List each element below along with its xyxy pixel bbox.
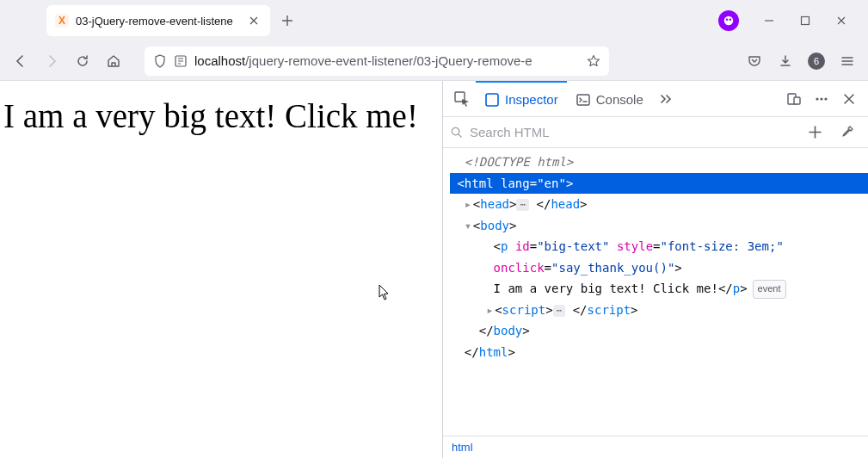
back-button[interactable] <box>7 47 34 75</box>
event-badge[interactable]: event <box>753 280 786 298</box>
responsive-mode-icon[interactable] <box>780 85 808 113</box>
search-icon <box>450 126 463 139</box>
bookmark-star-icon[interactable] <box>587 54 600 68</box>
new-tab-button[interactable] <box>275 9 299 33</box>
cursor-icon <box>379 284 391 301</box>
account-icon[interactable]: 6 <box>803 47 830 75</box>
pocket-icon[interactable] <box>741 47 768 75</box>
minimize-button[interactable] <box>751 8 787 34</box>
add-node-icon[interactable] <box>801 119 828 146</box>
notif-count-badge: 6 <box>808 53 825 70</box>
tab-inspector[interactable]: Inspector <box>476 81 567 116</box>
dom-node-html-close[interactable]: </html> <box>450 342 868 363</box>
page-viewport: I am a very big text! Click me! <box>0 81 442 458</box>
dom-node-html[interactable]: <html lang="en"> <box>450 173 868 195</box>
big-text-paragraph[interactable]: I am a very big text! Click me! <box>3 98 439 135</box>
dom-tree[interactable]: <!DOCTYPE html> <html lang="en"> ▸<head>… <box>443 148 868 436</box>
close-devtools-icon[interactable] <box>835 85 863 113</box>
xampp-favicon-icon: X <box>55 14 69 28</box>
dom-node-head[interactable]: ▸<head>⋯ </head> <box>450 194 868 215</box>
svg-point-9 <box>824 97 827 100</box>
dom-node-body[interactable]: ▾<body> <box>450 215 868 237</box>
downloads-icon[interactable] <box>772 47 799 75</box>
kebab-menu-icon[interactable] <box>808 85 835 113</box>
content-area: I am a very big text! Click me! Inspecto… <box>0 81 868 458</box>
window-close-button[interactable] <box>823 8 859 34</box>
dom-node-script[interactable]: ▸<script>⋯ </script> <box>450 300 868 321</box>
overflow-tabs-icon[interactable] <box>652 85 680 113</box>
url-text: localhost/jquery-remove-event-listener/0… <box>194 53 580 68</box>
devtools-tabbar: Inspector Console <box>443 81 868 117</box>
search-html-input[interactable] <box>468 124 796 140</box>
reload-button[interactable] <box>69 47 96 75</box>
close-tab-icon[interactable] <box>246 13 262 28</box>
svg-rect-4 <box>577 95 589 105</box>
forward-button[interactable] <box>38 47 65 75</box>
tab-console[interactable]: Console <box>567 81 652 116</box>
svg-rect-0 <box>802 17 810 25</box>
svg-point-7 <box>816 97 818 100</box>
browser-tab[interactable]: X 03-jQuery-remove-event-listene <box>46 5 270 36</box>
dom-node-p-open[interactable]: <p id="big-text" style="font-size: 3em;" <box>450 236 868 257</box>
browser-window: X 03-jQuery-remove-event-listene localho… <box>0 0 868 458</box>
shield-icon[interactable] <box>153 54 167 68</box>
dom-doctype[interactable]: <!DOCTYPE html> <box>450 152 868 173</box>
breadcrumb-html[interactable]: html <box>452 441 473 454</box>
app-menu-button[interactable] <box>834 47 861 75</box>
tab-title: 03-jQuery-remove-event-listene <box>76 15 239 28</box>
pick-element-icon[interactable] <box>448 85 476 113</box>
navigation-toolbar: localhost/jquery-remove-event-listener/0… <box>0 41 868 81</box>
svg-point-10 <box>452 127 459 134</box>
titlebar: X 03-jQuery-remove-event-listene <box>0 0 868 41</box>
dom-node-p-open2[interactable]: onclick="say_thank_you()"> <box>450 257 868 279</box>
home-button[interactable] <box>100 47 127 75</box>
url-bar[interactable]: localhost/jquery-remove-event-listener/0… <box>145 46 609 76</box>
devtools-search-bar <box>443 117 868 148</box>
maximize-button[interactable] <box>787 8 823 34</box>
dom-node-p-text[interactable]: I am a very big text! Click me!</p>event <box>450 278 868 300</box>
extension-icon[interactable] <box>718 10 739 31</box>
svg-point-8 <box>820 97 822 100</box>
tab-console-label: Console <box>596 92 643 107</box>
eyedropper-icon[interactable] <box>834 119 861 146</box>
svg-rect-6 <box>794 97 800 104</box>
breadcrumb[interactable]: html <box>443 436 868 458</box>
dom-node-body-close[interactable]: </body> <box>450 320 868 342</box>
page-info-icon[interactable] <box>174 54 188 68</box>
devtools-panel: Inspector Console <!DOCTYPE htm <box>442 81 868 458</box>
svg-rect-3 <box>486 94 498 106</box>
tab-inspector-label: Inspector <box>505 92 558 107</box>
